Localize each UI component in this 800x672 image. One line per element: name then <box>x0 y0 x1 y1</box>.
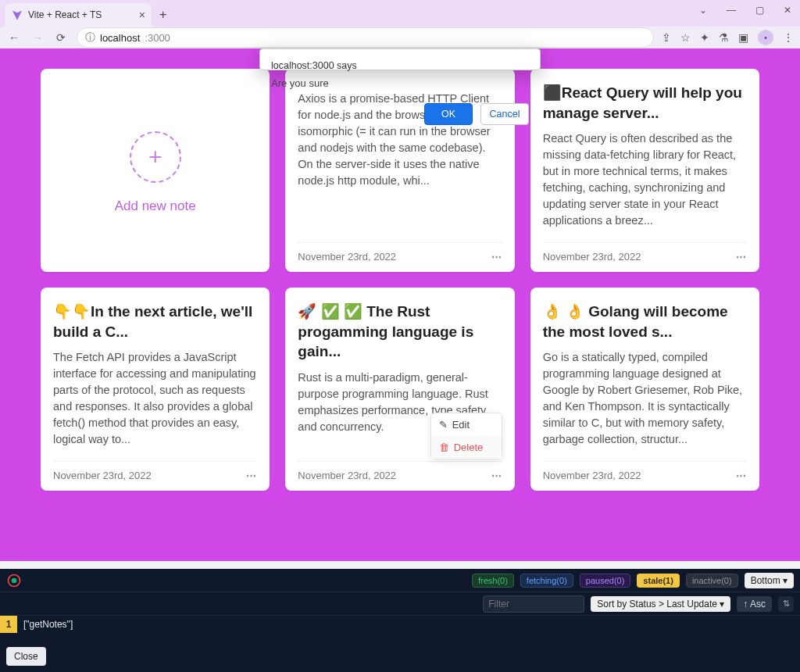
extensions-icon[interactable]: ✦ <box>700 31 709 44</box>
window-close-icon[interactable]: ✕ <box>781 5 794 16</box>
window-collapse-icon[interactable]: ⌄ <box>697 5 709 16</box>
site-info-icon[interactable]: ⓘ <box>85 30 95 45</box>
pill-stale[interactable]: stale(1) <box>637 574 680 588</box>
note-menu-icon[interactable]: ⋯ <box>491 470 502 481</box>
bookmark-icon[interactable]: ☆ <box>680 31 691 44</box>
js-confirm-dialog: localhost:3000 says Are you sure OK Canc… <box>259 48 541 70</box>
note-card: 👌 👌 Golang will become the most loved s.… <box>530 288 759 491</box>
note-menu-icon[interactable]: ⋯ <box>246 470 257 481</box>
note-menu-icon[interactable]: ⋯ <box>736 251 747 263</box>
trash-icon: 🗑 <box>439 441 449 453</box>
add-note-card[interactable]: + Add new note <box>41 69 270 272</box>
context-menu-edit[interactable]: ✎ Edit <box>431 413 502 436</box>
context-menu-delete-label: Delete <box>454 441 484 453</box>
alert-cancel-button[interactable]: Cancel <box>480 103 529 125</box>
add-note-label: Add new note <box>115 198 196 214</box>
window-minimize-icon[interactable]: — <box>725 5 738 16</box>
pill-inactive[interactable]: inactive(0) <box>686 574 738 588</box>
profile-avatar[interactable]: • <box>758 30 773 45</box>
panel-icon[interactable]: ▣ <box>738 31 748 44</box>
note-date: November 23rd, 2022 <box>543 470 641 481</box>
position-dropdown[interactable]: Bottom ▾ <box>745 573 794 588</box>
url-port: :3000 <box>145 32 170 44</box>
back-button[interactable]: ← <box>6 31 22 44</box>
note-title: 🚀 ✅ ✅ The Rust progamming language is ga… <box>298 302 502 362</box>
note-menu-icon[interactable]: ⋯ <box>736 470 747 481</box>
note-footer: November 23rd, 2022 ⋯ <box>53 461 257 481</box>
react-query-logo-icon <box>6 573 22 588</box>
note-footer: November 23rd, 2022 ⋯ <box>298 461 502 481</box>
alert-source: localhost:3000 says <box>271 60 529 71</box>
query-observer-count: 1 <box>0 616 17 633</box>
pencil-icon: ✎ <box>439 419 448 431</box>
pill-paused[interactable]: paused(0) <box>580 574 631 588</box>
vite-favicon-icon <box>11 9 23 21</box>
devtools-filter-bar: Sort by Status > Last Update ▾ ↑ Asc ⇅ <box>0 592 800 616</box>
note-body: The Fetch API provides a JavaScript inte… <box>53 349 257 453</box>
pill-fresh[interactable]: fresh(0) <box>472 574 514 588</box>
url-input[interactable]: ⓘ localhost:3000 <box>77 27 654 48</box>
devtools-query-row[interactable]: 1 ["getNotes"] <box>0 616 800 633</box>
devtools-query-list: 1 ["getNotes"] <box>0 616 800 633</box>
plus-icon[interactable]: + <box>130 131 181 183</box>
share-icon[interactable]: ⇪ <box>662 31 671 44</box>
sort-dropdown[interactable]: Sort by Status > Last Update ▾ <box>591 596 730 612</box>
note-menu-icon[interactable]: ⋯ <box>491 251 502 263</box>
note-title: 👇👇In the next article, we'll build a C..… <box>53 302 257 341</box>
note-title: 👌 👌 Golang will become the most loved s.… <box>543 302 747 341</box>
note-card: 👇👇In the next article, we'll build a C..… <box>41 288 270 491</box>
toolbar-icons: ⇪ ☆ ✦ ⚗ ▣ • ⋮ <box>662 30 794 45</box>
app-viewport: + Add new note Axios is a promise-based … <box>0 48 800 561</box>
note-body: Go is a statically typed, compiled progr… <box>543 349 747 453</box>
note-card: Axios is a promise-based HTTP Client for… <box>285 69 514 272</box>
url-host: localhost <box>100 32 140 44</box>
note-footer: November 23rd, 2022 ⋯ <box>543 461 747 481</box>
new-tab-button[interactable]: + <box>159 8 166 22</box>
reload-button[interactable]: ⟳ <box>53 31 69 44</box>
note-card: 🚀 ✅ ✅ The Rust progamming language is ga… <box>285 288 514 491</box>
note-date: November 23rd, 2022 <box>298 251 396 263</box>
query-key: ["getNotes"] <box>17 619 73 630</box>
note-date: November 23rd, 2022 <box>543 251 641 263</box>
note-title: ⬛React Query will help you manage server… <box>543 83 747 123</box>
note-card: ⬛React Query will help you manage server… <box>530 69 759 272</box>
context-menu-edit-label: Edit <box>452 419 470 431</box>
note-body: React Query is often described as the mi… <box>543 130 747 234</box>
sort-direction-button[interactable]: ↑ Asc <box>737 596 772 612</box>
kebab-menu-icon[interactable]: ⋮ <box>783 31 794 44</box>
note-footer: November 23rd, 2022 ⋯ <box>298 242 502 263</box>
devtools-filter-input[interactable] <box>483 595 584 613</box>
note-footer: November 23rd, 2022 ⋯ <box>543 242 747 263</box>
labs-icon[interactable]: ⚗ <box>719 31 729 44</box>
note-date: November 23rd, 2022 <box>53 470 152 481</box>
alert-message: Are you sure <box>271 77 529 89</box>
browser-chrome: Vite + React + TS × + ⌄ — ▢ ✕ ← → ⟳ ⓘ lo… <box>0 0 800 48</box>
note-context-menu: ✎ Edit 🗑 Delete <box>430 413 502 459</box>
window-maximize-icon[interactable]: ▢ <box>753 5 766 16</box>
note-date: November 23rd, 2022 <box>298 470 396 481</box>
devtools-top-bar: fresh(0) fetching(0) paused(0) stale(1) … <box>0 569 800 592</box>
devtools-close-button[interactable]: Close <box>6 647 46 666</box>
close-tab-icon[interactable]: × <box>139 9 145 21</box>
address-bar: ← → ⟳ ⓘ localhost:3000 ⇪ ☆ ✦ ⚗ ▣ • ⋮ <box>0 27 800 48</box>
forward-button[interactable]: → <box>30 31 45 44</box>
alert-ok-button[interactable]: OK <box>424 103 473 125</box>
react-query-devtools: fresh(0) fetching(0) paused(0) stale(1) … <box>0 569 800 672</box>
context-menu-delete[interactable]: 🗑 Delete <box>431 436 502 459</box>
browser-tab[interactable]: Vite + React + TS × <box>5 3 152 27</box>
tab-strip: Vite + React + TS × + ⌄ — ▢ ✕ <box>0 0 800 27</box>
window-controls: ⌄ — ▢ ✕ <box>697 5 794 16</box>
network-status-icon[interactable]: ⇅ <box>778 596 794 612</box>
pill-fetching[interactable]: fetching(0) <box>520 574 573 588</box>
tab-title: Vite + React + TS <box>28 9 102 20</box>
svg-point-1 <box>12 577 17 583</box>
